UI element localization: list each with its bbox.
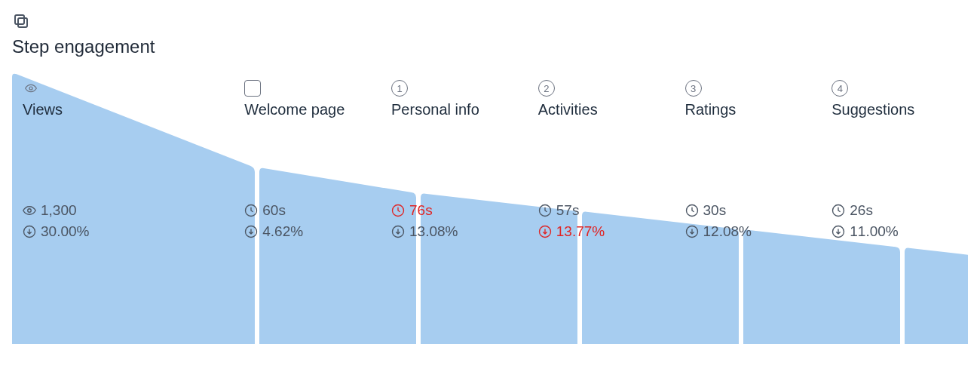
funnel-step[interactable]: 1Personal info76s13.08% [381, 72, 528, 344]
step-number-badge: 1 [391, 80, 408, 97]
drop-icon [391, 225, 405, 238]
step-name: Activities [538, 101, 664, 118]
stat-value: 12.08% [703, 223, 752, 240]
time-stat: 76s [391, 202, 458, 219]
step-name: Suggestions [831, 101, 957, 118]
stat-value: 76s [409, 202, 433, 219]
clock-icon [685, 204, 699, 217]
drop-icon [831, 225, 845, 238]
drop-stat: 13.08% [391, 223, 458, 240]
drop-stat: 4.62% [244, 223, 303, 240]
step-number-badge: 2 [538, 80, 555, 97]
time-stat: 30s [685, 202, 752, 219]
step-name: Welcome page [244, 101, 370, 118]
stat-value: 30.00% [41, 223, 89, 240]
step-number-badge: 4 [831, 80, 848, 97]
clock-icon [831, 204, 845, 217]
funnel-step[interactable]: Views1,30030.00% [12, 72, 234, 344]
stat-value: 57s [556, 202, 580, 219]
stat-value: 13.08% [409, 223, 458, 240]
views-stat: 1,300 [23, 202, 89, 219]
step-number-badge: 3 [685, 80, 702, 97]
eye-icon [23, 80, 39, 97]
funnel-chart: Views1,30030.00%Welcome page60s4.62%1Per… [12, 72, 968, 344]
funnel-steps: Views1,30030.00%Welcome page60s4.62%1Per… [12, 72, 968, 344]
funnel-step[interactable]: 3Ratings30s12.08% [675, 72, 822, 344]
svg-rect-0 [18, 18, 27, 27]
time-stat: 57s [538, 202, 605, 219]
drop-stat: 30.00% [23, 223, 89, 240]
stat-value: 60s [262, 202, 286, 219]
stat-value: 11.00% [850, 223, 898, 240]
drop-stat: 13.77% [538, 223, 605, 240]
drop-stat: 11.00% [831, 223, 898, 240]
eye-icon [23, 204, 36, 217]
stat-value: 30s [703, 202, 727, 219]
page-title: Step engagement [12, 36, 968, 57]
square-icon [244, 80, 261, 97]
funnel-step[interactable]: 4Suggestions26s11.00% [821, 72, 968, 344]
drop-icon [244, 225, 258, 238]
time-stat: 60s [244, 202, 303, 219]
time-stat: 26s [831, 202, 898, 219]
drop-stat: 12.08% [685, 223, 752, 240]
clock-icon [391, 204, 405, 217]
clock-icon [538, 204, 552, 217]
stat-value: 4.62% [262, 223, 303, 240]
drop-icon [23, 225, 36, 238]
svg-rect-1 [15, 15, 24, 24]
clock-icon [244, 204, 258, 217]
copy-icon [12, 12, 30, 30]
stat-value: 13.77% [556, 223, 605, 240]
stat-value: 26s [850, 202, 873, 219]
funnel-step[interactable]: Welcome page60s4.62% [234, 72, 381, 344]
funnel-step[interactable]: 2Activities57s13.77% [528, 72, 675, 344]
stat-value: 1,300 [41, 202, 77, 219]
step-name: Views [23, 101, 223, 118]
step-name: Personal info [391, 101, 517, 118]
drop-icon [685, 225, 699, 238]
drop-icon [538, 225, 552, 238]
step-name: Ratings [685, 101, 811, 118]
